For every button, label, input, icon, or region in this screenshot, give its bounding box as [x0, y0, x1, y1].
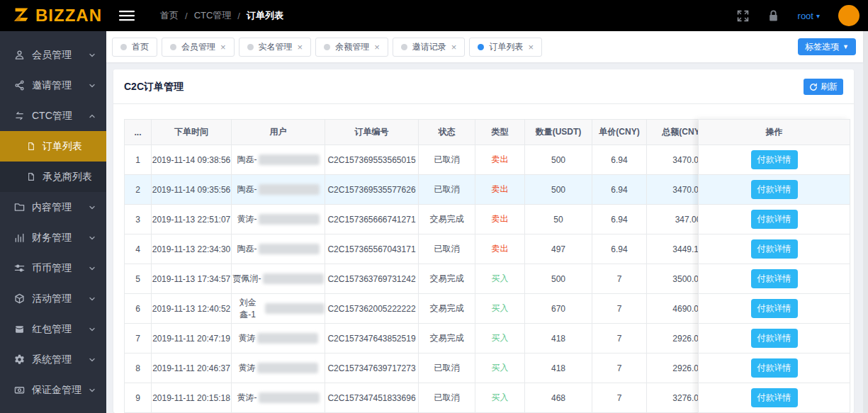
sidebar-item-margin[interactable]: 保证金管理: [0, 375, 106, 405]
user-name-text: 黄涛-: [237, 392, 257, 404]
cell-time: 2019-11-11 20:47:19: [152, 324, 232, 353]
cell-user: 贾佩润-: [232, 264, 325, 294]
logo[interactable]: BIZZAN: [0, 6, 106, 26]
share-icon: [14, 80, 26, 91]
payment-details-button[interactable]: 付款详情: [751, 150, 798, 169]
chevron-down-icon: [88, 234, 96, 242]
menu-icon[interactable]: [119, 10, 135, 21]
cell-amount: 418: [525, 353, 592, 383]
table-row[interactable]: 82019-11-11 20:46:37黄涛C2C157347639717273…: [125, 353, 718, 383]
table-row[interactable]: 12019-11-14 09:38:56陶磊-C2C15736955356501…: [125, 145, 718, 175]
tag-options-button[interactable]: 标签选项 ▼: [798, 38, 856, 55]
chevron-down-icon: [88, 51, 96, 60]
sidebar-menu: 会员管理邀请管理CTC管理订单列表承兑商列表内容管理财务管理币币管理活动管理红包…: [0, 40, 106, 405]
orders-tbody: 12019-11-14 09:38:56陶磊-C2C15736955356501…: [125, 145, 718, 413]
cell-index: 7: [125, 324, 152, 353]
folder-icon: [14, 202, 26, 213]
close-icon[interactable]: ×: [220, 43, 226, 52]
close-icon[interactable]: ×: [451, 43, 457, 52]
cell-order-no: C2C157365666741271: [325, 205, 419, 234]
cell-index: 2: [125, 175, 152, 205]
payment-details-button[interactable]: 付款详情: [751, 269, 798, 288]
payment-details-button[interactable]: 付款详情: [751, 299, 798, 318]
table-row[interactable]: 22019-11-14 09:35:56陶磊-C2C15736953557762…: [125, 175, 718, 205]
fullscreen-icon[interactable]: [737, 10, 749, 22]
chart-icon: [14, 232, 26, 243]
tab-label: 邀请记录: [412, 41, 446, 53]
cell-price: 7: [592, 294, 647, 324]
payment-details-button[interactable]: 付款详情: [751, 388, 798, 407]
avatar[interactable]: [838, 5, 859, 26]
sidebar-subitem-acceptor-list[interactable]: 承兑商列表: [0, 162, 106, 192]
c2c-order-card: C2C订单管理 刷新 ... 下单时间 用户 订: [113, 69, 854, 413]
sidebar-item-coin[interactable]: 币币管理: [0, 253, 106, 283]
user-name-text: 刘金鑫-1: [232, 297, 264, 321]
sidebar-item-label: 内容管理: [32, 201, 88, 214]
sidebar-item-ctc[interactable]: CTC管理: [0, 101, 106, 131]
tab-订单列表[interactable]: 订单列表×: [469, 38, 542, 57]
cell-order-no: C2C157347639717273: [325, 353, 419, 383]
cell-user: 黄涛-: [232, 383, 325, 413]
chevron-down-icon: [88, 203, 96, 212]
table-row[interactable]: 32019-11-13 22:51:07黄涛-C2C15736566674127…: [125, 205, 718, 234]
cell-time: 2019-11-14 09:38:56: [152, 145, 232, 175]
cell-amount: 500: [525, 145, 592, 175]
lock-icon[interactable]: [767, 9, 779, 22]
doc-icon: [27, 142, 37, 151]
action-cell: 付款详情: [699, 145, 850, 175]
sidebar-item-activity[interactable]: 活动管理: [0, 283, 106, 314]
payment-details-button[interactable]: 付款详情: [751, 329, 798, 348]
user-name: root: [798, 11, 813, 21]
chevron-down-icon: [88, 356, 96, 364]
tab-首页[interactable]: 首页: [112, 38, 157, 57]
user-menu[interactable]: root ▾: [798, 11, 820, 21]
cell-status: 已取消: [419, 145, 475, 175]
sidebar-item-member[interactable]: 会员管理: [0, 40, 106, 70]
sidebar-item-finance[interactable]: 财务管理: [0, 222, 106, 253]
chevron-up-icon: [88, 112, 96, 120]
sidebar-item-redpacket[interactable]: 红包管理: [0, 314, 106, 344]
sidebar-item-invite[interactable]: 邀请管理: [0, 70, 106, 101]
payment-details-button[interactable]: 付款详情: [751, 239, 798, 259]
table-row[interactable]: 42019-11-13 22:34:30陶磊-C2C15736556704317…: [125, 234, 718, 264]
sidebar-item-content[interactable]: 内容管理: [0, 192, 106, 222]
submenu-ctc: 订单列表承兑商列表: [0, 131, 106, 192]
tab-label: 首页: [132, 41, 149, 53]
close-icon[interactable]: ×: [374, 43, 380, 52]
cell-order-no: C2C157365567043171: [325, 234, 419, 264]
tab-余额管理[interactable]: 余额管理×: [315, 38, 388, 57]
cell-index: 1: [125, 145, 152, 175]
close-icon[interactable]: ×: [528, 43, 534, 52]
payment-details-button[interactable]: 付款详情: [751, 180, 798, 199]
cell-amount: 468: [525, 383, 592, 413]
payment-details-button[interactable]: 付款详情: [751, 358, 798, 378]
table-row[interactable]: 72019-11-11 20:47:19黄涛C2C157347643852519…: [125, 324, 718, 353]
sidebar-item-system[interactable]: 系统管理: [0, 344, 106, 375]
cell-time: 2019-11-13 22:51:07: [152, 205, 232, 234]
breadcrumb-ctc[interactable]: CTC管理: [194, 9, 232, 22]
sidebar-subitem-order-list[interactable]: 订单列表: [0, 131, 106, 162]
cell-price: 6.94: [592, 145, 647, 175]
refresh-button[interactable]: 刷新: [804, 79, 843, 95]
page-scrollbar[interactable]: [863, 31, 868, 413]
table-row[interactable]: 92019-11-11 20:15:18黄涛-C2C15734745183369…: [125, 383, 718, 413]
cell-status: 交易完成: [419, 264, 475, 294]
breadcrumb-home[interactable]: 首页: [160, 9, 179, 22]
tab-邀请记录[interactable]: 邀请记录×: [393, 38, 466, 57]
table-row[interactable]: 62019-11-13 12:40:52刘金鑫-1C2C157362005222…: [125, 294, 718, 324]
chevron-down-icon: ▾: [816, 12, 820, 20]
action-column: 操作 付款详情付款详情付款详情付款详情付款详情付款详情付款详情付款详情付款详情: [698, 119, 850, 413]
cell-user: 陶磊-: [232, 175, 325, 205]
cell-index: 8: [125, 353, 152, 383]
tab-会员管理[interactable]: 会员管理×: [162, 38, 235, 57]
orders-table-grid: ... 下单时间 用户 订单编号 状态 类型 数量(USDT) 单价(CNY) …: [124, 119, 718, 413]
tab-实名管理[interactable]: 实名管理×: [239, 38, 312, 57]
cell-status: 已取消: [419, 234, 475, 264]
table-row[interactable]: 52019-11-13 17:34:57贾佩润-C2C1573637697312…: [125, 264, 718, 294]
payment-details-button[interactable]: 付款详情: [751, 210, 798, 229]
logo-icon: [13, 6, 31, 25]
close-icon[interactable]: ×: [298, 43, 303, 52]
tab-label: 余额管理: [335, 41, 369, 53]
tab-label: 实名管理: [259, 41, 293, 53]
cell-type: 卖出: [475, 234, 525, 264]
